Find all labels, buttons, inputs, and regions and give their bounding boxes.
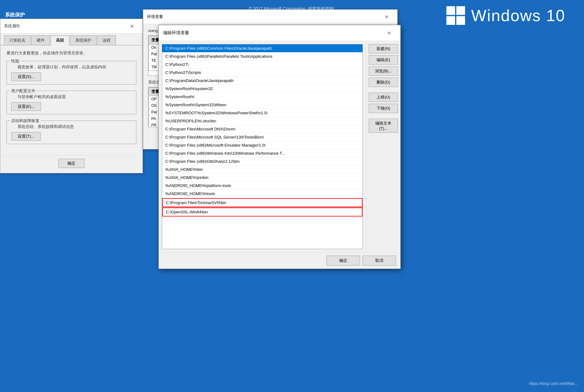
- edit-env-close-btn[interactable]: ✕: [382, 28, 396, 38]
- path-list-item[interactable]: C:\Program Files\TortoiseSVN\bin: [162, 198, 363, 207]
- sq3: [446, 16, 455, 25]
- edit-env-path-list[interactable]: C:\Program Files (x86)\Common Files\Orac…: [162, 44, 363, 249]
- user-profiles-border: 用户配置文件 与登录帐户相关的桌面设置 设置(E)...: [7, 91, 136, 114]
- edit-edit-btn[interactable]: 编辑(E): [369, 55, 398, 65]
- edit-env-body: C:\Program Files (x86)\Common Files\Orac…: [159, 41, 400, 252]
- edit-new-btn[interactable]: 新建(N): [369, 44, 398, 53]
- path-list-item[interactable]: C:\Program Files\Microsoft DNX\Dnvm\: [162, 125, 363, 133]
- windows-squares-icon: [446, 6, 465, 25]
- edit-down-btn[interactable]: 下移(O): [369, 104, 398, 113]
- sq2: [456, 6, 465, 15]
- env-titlebar: 环境变量 ✕: [143, 10, 397, 24]
- edit-env-win-controls: ✕: [382, 28, 396, 38]
- path-list-item[interactable]: C:\Program Files (x86)\Microsoft Emulato…: [162, 141, 363, 149]
- edit-env-dialog: 编辑环境变量 ✕ C:\Program Files (x86)\Common F…: [158, 25, 401, 269]
- sys-props-titlebar: 系统属性 ✕: [0, 19, 143, 34]
- edit-env-right-buttons: 新建(N) 编辑(E) 浏览(B)... 删除(D) 上移(U) 下移(O) 编…: [366, 41, 400, 252]
- path-list-item[interactable]: C:\Program Files (x86)\Parallels\Paralle…: [162, 52, 363, 61]
- path-list-item[interactable]: C:\Program Files (x86)\Common Files\Orac…: [162, 44, 363, 52]
- user-profiles-label: 用户配置文件: [10, 88, 37, 94]
- path-list-item[interactable]: %SystemRoot%: [162, 93, 363, 101]
- tab-system-protection[interactable]: 系统保护: [70, 35, 97, 45]
- performance-section: 性能 视觉效果，处理器计划，内存使用，以及虚拟内存 设置(S)...: [7, 61, 136, 84]
- edit-browse-btn[interactable]: 浏览(B)...: [369, 66, 398, 76]
- tab-remote[interactable]: 远程: [97, 35, 116, 45]
- path-list-item[interactable]: %SystemRoot%\System32\Wbem: [162, 101, 363, 109]
- user-profiles-section: 用户配置文件 与登录帐户相关的桌面设置 设置(E)...: [7, 91, 136, 114]
- path-list-item[interactable]: %JAVA_HOME%\jre\bin: [162, 174, 363, 182]
- startup-label: 启动和故障恢复: [10, 118, 41, 124]
- startup-section: 启动和故障恢复 系统启动、系统故障和调试信息 设置(T)...: [7, 121, 136, 144]
- edit-env-title: 编辑环境变量: [163, 30, 189, 36]
- sys-props-footer: 确定: [0, 155, 143, 173]
- env-close-btn[interactable]: ✕: [379, 12, 394, 21]
- sys-props-body: 要进行大多数更改，你必须作为管理员登录。 性能 视觉效果，处理器计划，内存使用，…: [0, 45, 143, 155]
- path-list-item[interactable]: C:\ProgramData\Oracle\Java\javapath: [162, 77, 363, 85]
- tab-computer-name[interactable]: 计算机名: [4, 35, 31, 45]
- sq4: [456, 16, 465, 25]
- edit-env-footer: 确定 取消: [159, 252, 400, 269]
- path-list-item[interactable]: C:\Program Files (x86)\GtkSharp\2.12\bin: [162, 157, 363, 166]
- env-title: 环境变量: [147, 14, 163, 20]
- startup-desc: 系统启动、系统故障和调试信息: [11, 124, 132, 130]
- user-profiles-desc: 与登录帐户相关的桌面设置: [11, 94, 132, 100]
- sys-props-close-btn[interactable]: ✕: [125, 21, 139, 31]
- sys-props-ok-btn[interactable]: 确定: [58, 159, 84, 168]
- path-list-item[interactable]: C:\OpenSSL-Win64\bin: [162, 207, 363, 217]
- tab-hardware[interactable]: 硬件: [31, 35, 50, 45]
- startup-border: 启动和故障恢复 系统启动、系统故障和调试信息 设置(T)...: [7, 121, 136, 144]
- startup-settings-btn[interactable]: 设置(T)...: [11, 132, 41, 141]
- edit-env-list-area: C:\Program Files (x86)\Common Files\Orac…: [159, 41, 366, 252]
- path-list-item[interactable]: %ANDROID_HOME%\platform-tools: [162, 182, 363, 190]
- edit-env-titlebar: 编辑环境变量 ✕: [159, 25, 400, 41]
- performance-border: 性能 视觉效果，处理器计划，内存使用，以及虚拟内存 设置(S)...: [7, 61, 136, 84]
- env-win-controls: ✕: [379, 12, 394, 21]
- user-profiles-settings-btn[interactable]: 设置(E)...: [11, 102, 41, 111]
- path-list-item[interactable]: C:\Python27\Scripts: [162, 69, 363, 77]
- path-list-item[interactable]: %SYSTEMROOT%\System32\WindowsPowerShell\…: [162, 109, 363, 117]
- path-list-item[interactable]: C:\Python27\: [162, 61, 363, 69]
- sq1: [446, 6, 455, 15]
- path-list-item[interactable]: %SystemRoot%\system32: [162, 85, 363, 93]
- path-list-item[interactable]: %JAVA_HOME%\bin: [162, 166, 363, 174]
- performance-settings-btn[interactable]: 设置(S)...: [11, 72, 41, 81]
- admin-note: 要进行大多数更改，你必须作为管理员登录。: [7, 50, 136, 56]
- performance-desc: 视觉效果，处理器计划，内存使用，以及虚拟内存: [11, 64, 132, 70]
- path-list-item[interactable]: %USERPROFILE%\.dnx\bin: [162, 117, 363, 125]
- win10-title: Windows 10: [471, 6, 565, 25]
- system-properties-window: 系统属性 ✕ 计算机名 硬件 高级 系统保护 远程 要进行大多数更改，你必须作为…: [0, 19, 143, 173]
- tab-advanced[interactable]: 高级: [51, 35, 69, 45]
- edit-env-ok-btn[interactable]: 确定: [326, 256, 360, 266]
- sys-props-tabs: 计算机名 硬件 高级 系统保护 远程: [0, 34, 143, 45]
- edit-text-btn[interactable]: 编辑文本(T)...: [369, 119, 398, 133]
- left-panel-title: 系统保护: [5, 12, 25, 17]
- path-list-item[interactable]: %ANDROID_HOME%\tools: [162, 190, 363, 198]
- win10-logo: Windows 10: [446, 6, 565, 25]
- url-watermark: https://blog.csdn.net/Wab...: [529, 381, 578, 386]
- edit-up-btn[interactable]: 上移(U): [369, 93, 398, 102]
- path-list-item[interactable]: C:\Program Files (x86)\Windows Kits\10\W…: [162, 149, 363, 157]
- sys-props-win-controls: ✕: [125, 21, 139, 31]
- edit-delete-btn[interactable]: 删除(D): [369, 78, 398, 87]
- performance-label: 性能: [10, 58, 21, 64]
- sys-props-title: 系统属性: [4, 23, 20, 29]
- edit-env-cancel-btn[interactable]: 取消: [363, 256, 396, 266]
- path-list-item[interactable]: C:\Program Files\Microsoft SQL Server\13…: [162, 133, 363, 141]
